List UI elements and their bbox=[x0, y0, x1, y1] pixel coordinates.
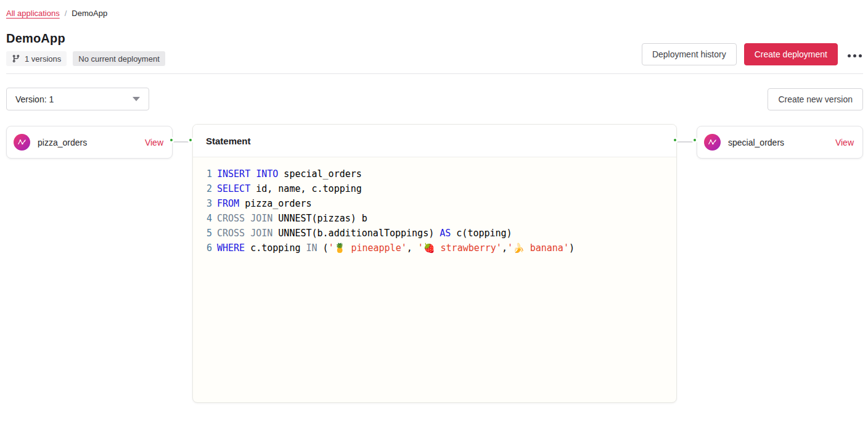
line-number: 2 bbox=[206, 181, 212, 196]
line-number: 4 bbox=[206, 211, 212, 226]
create-deployment-button[interactable]: Create deployment bbox=[744, 43, 838, 65]
source-node-card: pizza_orders View bbox=[6, 126, 173, 159]
connection-dot bbox=[168, 137, 174, 143]
header-divider bbox=[6, 73, 863, 74]
code-line: 5CROSS JOIN UNNEST(b.additionalToppings)… bbox=[206, 226, 664, 241]
git-branch-icon bbox=[12, 54, 20, 63]
code-token: AS bbox=[440, 228, 451, 239]
code-token: '🍓 strawberry' bbox=[418, 242, 502, 254]
code-line: 1INSERT INTO special_orders bbox=[206, 167, 664, 181]
breadcrumb: All applications / DemoApp bbox=[6, 9, 863, 18]
line-number: 6 bbox=[206, 241, 212, 255]
versions-badge: 1 versions bbox=[6, 51, 67, 66]
source-node-name: pizza_orders bbox=[38, 138, 145, 147]
create-new-version-button[interactable]: Create new version bbox=[768, 88, 863, 110]
app-header: DemoApp 1 versions No current deployment… bbox=[6, 31, 863, 66]
deployment-history-button[interactable]: Deployment history bbox=[642, 43, 737, 65]
version-selector-value: Version: 1 bbox=[15, 94, 54, 104]
code-text: INSERT INTO special_orders bbox=[217, 167, 362, 181]
code-token: c(topping) bbox=[451, 228, 512, 239]
code-line: 6WHERE c.topping IN ('🍍 pineapple', '🍓 s… bbox=[206, 241, 664, 255]
code-token: WHERE bbox=[217, 242, 245, 254]
line-number: 5 bbox=[206, 226, 212, 241]
line-number: 1 bbox=[206, 167, 212, 181]
code-token: c.topping bbox=[245, 242, 306, 254]
code-line: 4CROSS JOIN UNNEST(pizzas) b bbox=[206, 211, 664, 226]
code-token: ) bbox=[569, 242, 575, 254]
sql-code[interactable]: 1INSERT INTO special_orders2SELECT id, n… bbox=[193, 157, 676, 255]
code-token: '🍍 pineapple' bbox=[329, 242, 407, 254]
sink-view-link[interactable]: View bbox=[835, 138, 854, 147]
code-line: 2SELECT id, name, c.topping bbox=[206, 181, 664, 196]
version-selector[interactable]: Version: 1 bbox=[6, 88, 149, 110]
app-detail-page: All applications / DemoApp DemoApp 1 ver… bbox=[0, 0, 868, 422]
breadcrumb-current: DemoApp bbox=[72, 9, 107, 18]
line-number: 3 bbox=[206, 196, 212, 211]
stream-icon bbox=[14, 134, 30, 151]
code-token: id, name, c.topping bbox=[250, 183, 362, 194]
code-text: WHERE c.topping IN ('🍍 pineapple', '🍓 st… bbox=[217, 241, 575, 255]
code-token: special_orders bbox=[278, 168, 361, 180]
statement-card[interactable]: Statement 1INSERT INTO special_orders2SE… bbox=[192, 124, 677, 403]
code-token: CROSS JOIN bbox=[217, 213, 272, 224]
code-token: , bbox=[502, 242, 507, 254]
chevron-down-icon bbox=[133, 97, 140, 101]
code-text: SELECT id, name, c.topping bbox=[217, 181, 362, 196]
code-text: FROM pizza_orders bbox=[217, 196, 312, 211]
pipeline-canvas: pizza_orders View Statement 1INSERT INTO… bbox=[6, 124, 863, 409]
code-line: 3FROM pizza_orders bbox=[206, 196, 664, 211]
app-header-left: DemoApp 1 versions No current deployment bbox=[6, 31, 165, 66]
code-token: INSERT INTO bbox=[217, 168, 278, 180]
ellipsis-icon bbox=[848, 54, 862, 57]
connection-dot bbox=[672, 137, 678, 143]
stream-icon bbox=[704, 134, 721, 151]
more-options-button[interactable] bbox=[846, 48, 863, 62]
version-bar: Version: 1 Create new version bbox=[6, 88, 863, 110]
code-token: CROSS JOIN bbox=[217, 228, 272, 239]
code-token: , bbox=[407, 242, 418, 254]
code-text: CROSS JOIN UNNEST(pizzas) b bbox=[217, 211, 367, 226]
badges-row: 1 versions No current deployment bbox=[6, 51, 165, 66]
code-token: FROM bbox=[217, 198, 239, 209]
page-title: DemoApp bbox=[6, 31, 165, 46]
deployment-status-badge: No current deployment bbox=[73, 51, 165, 66]
code-text: CROSS JOIN UNNEST(b.additionalToppings) … bbox=[217, 226, 512, 241]
code-token: pizza_orders bbox=[239, 198, 311, 209]
sink-node-card: special_orders View bbox=[697, 126, 863, 159]
source-view-link[interactable]: View bbox=[145, 138, 163, 147]
code-token: '🍌 banana' bbox=[507, 242, 569, 254]
versions-badge-label: 1 versions bbox=[25, 54, 61, 64]
breadcrumb-separator: / bbox=[65, 9, 67, 18]
code-token: UNNEST(b.additionalToppings) bbox=[272, 228, 440, 239]
statement-header: Statement bbox=[193, 125, 676, 157]
sink-node-name: special_orders bbox=[728, 138, 835, 147]
code-token: IN bbox=[306, 242, 317, 254]
code-token: SELECT bbox=[217, 183, 250, 194]
app-header-actions: Deployment history Create deployment bbox=[642, 43, 863, 66]
connection-dot bbox=[187, 137, 194, 143]
connection-dot bbox=[692, 137, 698, 143]
code-token: ( bbox=[317, 242, 329, 254]
statement-title: Statement bbox=[206, 136, 251, 146]
breadcrumb-all-applications-link[interactable]: All applications bbox=[6, 9, 60, 18]
code-token: UNNEST(pizzas) b bbox=[272, 213, 367, 224]
